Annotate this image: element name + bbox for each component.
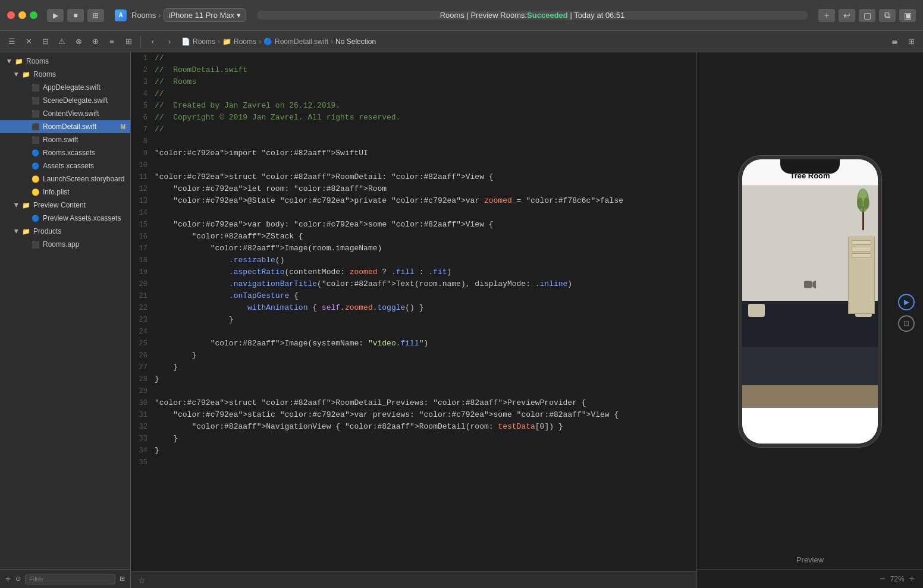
sidebar-item-preview-assets[interactable]: 🔵 Preview Assets.xcassets xyxy=(0,212,130,225)
line-content[interactable]: // xyxy=(155,88,696,100)
preview-panel: Tree Room xyxy=(697,52,923,588)
device-selector[interactable]: iPhone 11 Pro Max ▾ xyxy=(164,8,247,22)
inspector-button[interactable]: ▣ xyxy=(899,9,916,22)
line-content[interactable]: "color:#82aaff">Image(room.imageName) xyxy=(155,243,696,254)
line-content[interactable]: } xyxy=(155,445,696,457)
favorites-icon[interactable]: ☆ xyxy=(138,576,146,585)
jump-bar-button[interactable]: ↩ xyxy=(839,9,855,22)
line-content[interactable]: "color:#82aaff">NavigationView { "color:… xyxy=(155,421,696,433)
sofa-pillow-left xyxy=(748,304,765,317)
line-content[interactable]: "color:#c792ea">static "color:#c792ea">v… xyxy=(155,409,696,421)
sidebar-item-appdelegate[interactable]: ⬛ AppDelegate.swift xyxy=(0,81,130,94)
line-content[interactable]: // RoomDetail.swift xyxy=(155,64,696,76)
line-content[interactable]: // xyxy=(155,52,696,64)
line-content[interactable]: "color:#c792ea">struct "color:#82aaff">R… xyxy=(155,397,696,409)
sidebar-item-launchscreen[interactable]: 🟡 LaunchScreen.storyboard xyxy=(0,172,130,185)
line-content[interactable]: } xyxy=(155,433,696,445)
warning-button[interactable]: ⚠ xyxy=(55,34,69,49)
line-content[interactable] xyxy=(155,326,696,338)
line-content[interactable]: "color:#c792ea">struct "color:#82aaff">R… xyxy=(155,171,696,183)
breadcrumb-file[interactable]: RoomDetail.swift xyxy=(275,37,328,46)
line-content[interactable]: } xyxy=(155,373,696,385)
inspector-toggle-button[interactable]: ⊞ xyxy=(904,34,918,49)
code-content[interactable]: 1//2// RoomDetail.swift3// Rooms4//5// C… xyxy=(131,52,696,571)
minimize-button[interactable] xyxy=(18,11,26,19)
toolbar-separator xyxy=(140,36,141,48)
line-content[interactable] xyxy=(155,136,696,147)
line-content[interactable]: "color:#c792ea">@State "color:#c792ea">p… xyxy=(155,195,696,207)
preview-label-bar: Preview xyxy=(697,550,923,569)
run-button[interactable]: ▶ xyxy=(47,9,64,22)
code-line: 5// Created by Jan Zavrel on 26.12.2019. xyxy=(131,100,696,112)
sidebar-item-rooms-group[interactable]: ▶ 📁 Rooms xyxy=(0,68,130,81)
stop-button[interactable]: ■ xyxy=(67,9,84,22)
breadcrumb-project-icon: 📄 xyxy=(181,37,190,46)
line-content[interactable]: "color:#c792ea">import "color:#82aaff">S… xyxy=(155,147,696,159)
line-content[interactable]: // Rooms xyxy=(155,76,696,88)
code-line: 30"color:#c792ea">struct "color:#82aaff"… xyxy=(131,397,696,409)
preview-play-button[interactable]: ▶ xyxy=(898,294,915,310)
code-line: 3// Rooms xyxy=(131,76,696,88)
hide-navigator-button[interactable]: ✕ xyxy=(21,34,36,49)
sidebar-item-roomdetail[interactable]: ⬛ RoomDetail.swift M xyxy=(0,120,130,133)
forward-button[interactable]: › xyxy=(162,34,177,49)
single-editor-button[interactable]: ▢ xyxy=(859,9,875,22)
sidebar-item-products[interactable]: ▶ 📁 Products xyxy=(0,225,130,238)
lines-button[interactable]: ≣ xyxy=(887,34,902,49)
sidebar-item-rooms-root[interactable]: ▶ 📁 Rooms xyxy=(0,55,130,68)
code-editor[interactable]: 1//2// RoomDetail.swift3// Rooms4//5// C… xyxy=(131,52,697,588)
sidebar-label: LaunchScreen.storyboard xyxy=(43,175,124,183)
sidebar-item-assets-xcassets[interactable]: 🔵 Assets.xcassets xyxy=(0,159,130,172)
line-content[interactable] xyxy=(155,385,696,397)
line-content[interactable]: // Copyright © 2019 Jan Zavrel. All righ… xyxy=(155,112,696,124)
error-button[interactable]: ⊗ xyxy=(71,34,86,49)
line-content[interactable] xyxy=(155,159,696,171)
issue-button[interactable]: ⊕ xyxy=(88,34,102,49)
line-content[interactable]: // xyxy=(155,124,696,136)
add-file-button[interactable]: + xyxy=(5,572,11,586)
sidebar-label: Preview Assets.xcassets xyxy=(43,214,121,222)
breadcrumb-folder[interactable]: Rooms xyxy=(234,37,256,46)
grid-view-button[interactable]: ⊞ xyxy=(121,34,136,49)
split-editor-button[interactable]: ⧉ xyxy=(879,9,896,22)
line-content[interactable]: } xyxy=(155,314,696,326)
zoom-in-button[interactable]: + xyxy=(908,574,916,584)
sidebar-item-room[interactable]: ⬛ Room.swift xyxy=(0,133,130,146)
sidebar-item-contentview[interactable]: ⬛ ContentView.swift xyxy=(0,107,130,120)
line-content[interactable]: .aspectRatio(contentMode: zoomed ? .fill… xyxy=(155,266,696,278)
add-button[interactable]: ＋ xyxy=(818,9,835,22)
dresser-drawers xyxy=(852,240,871,258)
line-content[interactable]: "color:#82aaff">ZStack { xyxy=(155,231,696,243)
list-view-button[interactable]: ≡ xyxy=(105,34,119,49)
line-content[interactable]: "color:#c792ea">let room: "color:#82aaff… xyxy=(155,183,696,195)
line-content[interactable]: // Created by Jan Zavrel on 26.12.2019. xyxy=(155,100,696,112)
filter-input[interactable] xyxy=(25,574,115,584)
sidebar-item-rooms-app[interactable]: ⬛ Rooms.app xyxy=(0,238,130,251)
filter-button[interactable]: ⊟ xyxy=(38,34,52,49)
preview-stop-button[interactable]: ⊡ xyxy=(898,315,915,332)
sort-button[interactable]: ⊞ xyxy=(119,572,125,586)
sidebar-item-rooms-xcassets[interactable]: 🔵 Rooms.xcassets xyxy=(0,146,130,159)
line-content[interactable]: .resizable() xyxy=(155,254,696,266)
layout-button[interactable]: ⊞ xyxy=(87,9,104,22)
line-content[interactable] xyxy=(155,207,696,219)
line-content[interactable]: withAnimation { self.zoomed.toggle() } xyxy=(155,302,696,314)
zoom-out-button[interactable]: − xyxy=(878,574,886,584)
filter-toggle-button[interactable]: ⊙ xyxy=(15,572,21,586)
line-content[interactable] xyxy=(155,457,696,468)
show-navigator-button[interactable]: ☰ xyxy=(5,34,19,49)
sidebar-item-infoplist[interactable]: 🟡 Info.plist xyxy=(0,185,130,199)
line-content[interactable]: .navigationBarTitle("color:#82aaff">Text… xyxy=(155,278,696,290)
line-content[interactable]: "color:#82aaff">Image(systemName: "video… xyxy=(155,338,696,350)
close-button[interactable] xyxy=(7,11,15,19)
line-content[interactable]: } xyxy=(155,350,696,361)
sidebar-item-preview-content[interactable]: ▶ 📁 Preview Content xyxy=(0,199,130,212)
xcassets-icon: 🔵 xyxy=(31,161,40,171)
breadcrumb-project[interactable]: Rooms xyxy=(193,37,215,46)
line-content[interactable]: } xyxy=(155,361,696,373)
line-content[interactable]: "color:#c792ea">var body: "color:#c792ea… xyxy=(155,219,696,231)
maximize-button[interactable] xyxy=(30,11,37,19)
line-content[interactable]: .onTapGesture { xyxy=(155,290,696,302)
sidebar-item-scenedelegate[interactable]: ⬛ SceneDelegate.swift xyxy=(0,94,130,107)
back-button[interactable]: ‹ xyxy=(146,34,160,49)
